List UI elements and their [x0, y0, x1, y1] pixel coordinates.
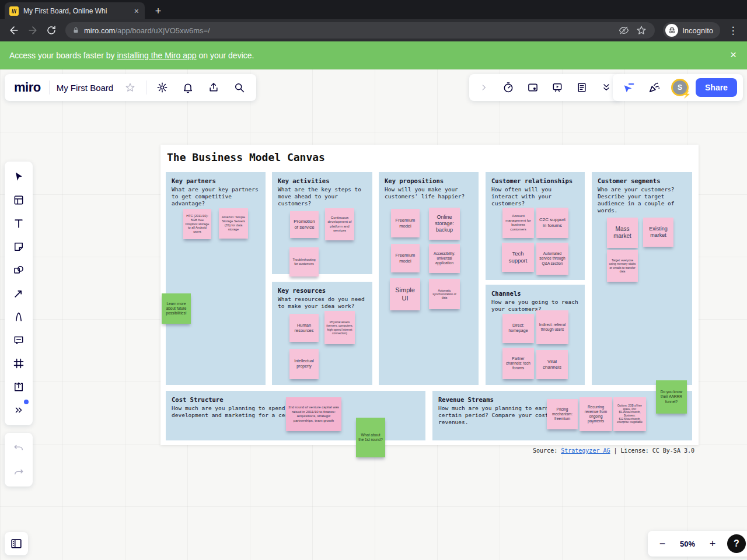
incognito-badge: Incognito: [663, 22, 720, 38]
eye-slash-icon[interactable]: [617, 24, 630, 37]
section-title: Key propositions: [385, 177, 473, 184]
sticky-note[interactable]: Human resources: [289, 314, 319, 342]
frames-panel-icon: [10, 537, 23, 550]
address-bar[interactable]: miro.com/app/board/uXjVO5xw6ms=/: [65, 22, 655, 38]
sticky-note[interactable]: Freemium model: [391, 244, 420, 272]
sticky-note[interactable]: Intellectual property: [289, 349, 319, 379]
sticky-note[interactable]: Freemium model: [391, 209, 420, 237]
sticky-note[interactable]: Automatic synchronization of data: [429, 279, 460, 309]
sticky-note[interactable]: Target: everyone using memory sticks or …: [607, 250, 638, 282]
sticky-note[interactable]: Learn more about future possibilities!: [162, 293, 191, 324]
sticky-note[interactable]: HTC (2011/10): 5GB free Dropbox storage …: [183, 209, 211, 239]
export-share-icon[interactable]: [204, 78, 224, 97]
app-header-tools: [469, 74, 621, 101]
section-channels[interactable]: Channels How are you going to reach your…: [486, 285, 585, 385]
text-tool-icon[interactable]: [7, 212, 30, 235]
miro-favicon-icon: [9, 6, 19, 16]
share-button[interactable]: Share: [696, 78, 737, 97]
sticky-note[interactable]: Physical assets (servers, computers, hig…: [324, 311, 355, 344]
connector-arrow-icon[interactable]: [7, 282, 30, 305]
collapse-chevron-icon[interactable]: [474, 78, 494, 97]
templates-icon[interactable]: [7, 188, 30, 212]
settings-gear-icon[interactable]: [152, 78, 172, 97]
frame-title[interactable]: The Business Model Canvas: [167, 151, 325, 163]
sticky-note[interactable]: C2C support in forums: [536, 208, 568, 238]
redo-icon[interactable]: [9, 462, 29, 482]
sticky-note[interactable]: Troubleshooting for customers: [289, 247, 319, 276]
reload-icon[interactable]: [43, 22, 60, 38]
section-key-partners[interactable]: Key partners What are your key partners …: [166, 172, 266, 385]
sticky-note[interactable]: Promotion of service: [290, 211, 319, 238]
section-question: How will you make your customers' life h…: [385, 186, 473, 200]
zoom-level[interactable]: 50%: [675, 540, 700, 548]
shapes-tool-icon[interactable]: [7, 258, 30, 282]
sticky-note[interactable]: Recurring revenue from ongoing payments: [580, 397, 612, 431]
section-question: What are your key partners to get compet…: [172, 186, 260, 207]
url-path: /app/board/uXjVO5xw6ms=/: [115, 26, 210, 35]
section-title: Customer relationships: [491, 177, 579, 184]
incognito-label: Incognito: [682, 26, 713, 35]
browser-menu-icon[interactable]: ⋮: [725, 22, 741, 38]
sticky-note[interactable]: Indirect: referral through users: [536, 310, 568, 344]
forward-icon[interactable]: [25, 22, 41, 38]
sticky-note[interactable]: Options: 2GB of free space, Pro: $9.25/u…: [613, 397, 646, 431]
screen-record-icon[interactable]: [523, 78, 543, 97]
undo-icon[interactable]: [9, 438, 29, 457]
notes-document-icon[interactable]: [572, 78, 592, 97]
sticky-note[interactable]: Mass market: [607, 218, 638, 248]
sticky-note-tool-icon[interactable]: [7, 235, 30, 258]
upload-tool-icon[interactable]: [7, 375, 30, 398]
pen-tool-icon[interactable]: [7, 305, 30, 328]
browser-tabstrip: My First Board, Online Whi × +: [0, 0, 747, 19]
section-title: Key activities: [278, 177, 366, 184]
url-domain: miro.com: [84, 26, 115, 35]
presentation-icon[interactable]: [547, 78, 567, 97]
back-icon[interactable]: [6, 22, 22, 38]
sticky-note[interactable]: Partner channels: tech forums: [502, 348, 534, 379]
zoom-in-button[interactable]: +: [703, 534, 722, 554]
sticky-note[interactable]: Automated service through Q&A section: [536, 243, 568, 275]
notifications-bell-icon[interactable]: [178, 78, 198, 97]
sticky-note[interactable]: Do you know their AARRR funnel?: [656, 380, 687, 414]
sticky-note[interactable]: Tech support: [502, 243, 534, 272]
sticky-note[interactable]: Amazon: Simple Storage Servers (3S) for …: [219, 208, 248, 239]
tab-close-icon[interactable]: ×: [133, 7, 140, 15]
lock-icon: [72, 26, 79, 34]
sticky-note[interactable]: Viral channels: [536, 350, 568, 379]
notification-dot: [24, 400, 29, 404]
miro-logo[interactable]: miro: [12, 80, 43, 95]
sticky-note[interactable]: Direct: homepage: [502, 314, 534, 343]
follow-cursor-icon[interactable]: [619, 78, 638, 97]
timer-icon[interactable]: [498, 78, 518, 97]
frame-tool-icon[interactable]: [7, 352, 30, 375]
sticky-note[interactable]: What about the 1st round?: [356, 418, 385, 457]
select-cursor-icon[interactable]: [7, 165, 30, 188]
celebrate-confetti-icon[interactable]: [644, 78, 664, 97]
source-link[interactable]: Strategyzer AG: [561, 447, 610, 454]
install-app-link[interactable]: installing the Miro app: [117, 51, 196, 60]
help-button[interactable]: ?: [727, 534, 746, 553]
sticky-note[interactable]: 2nd round of venture capital was raised …: [286, 397, 341, 431]
section-key-resources[interactable]: Key resources What resources do you need…: [272, 282, 372, 385]
favorite-star-icon[interactable]: [120, 78, 140, 97]
section-customer-relationships[interactable]: Customer relationships How often will yo…: [486, 172, 585, 280]
comment-tool-icon[interactable]: [7, 328, 30, 352]
user-avatar[interactable]: S ⚡: [670, 78, 690, 97]
banner-close-icon[interactable]: ×: [730, 49, 736, 61]
new-tab-button[interactable]: +: [151, 4, 166, 19]
sticky-note[interactable]: Account management for business customer…: [502, 208, 534, 238]
frames-panel-button[interactable]: [5, 532, 28, 555]
sticky-note[interactable]: Online storage: backup: [429, 208, 460, 240]
zoom-out-button[interactable]: −: [652, 534, 672, 554]
section-key-activities[interactable]: Key activities What are the key steps to…: [272, 172, 372, 274]
sticky-note[interactable]: Accessibility: universal application: [429, 244, 460, 273]
sticky-note[interactable]: Continuous development of platform and s…: [325, 208, 354, 240]
board-name[interactable]: My First Board: [55, 83, 115, 93]
sticky-note[interactable]: Pricing mechanism: freemium: [547, 399, 578, 429]
browser-tab[interactable]: My First Board, Online Whi ×: [5, 2, 145, 19]
bookmark-star-icon[interactable]: [635, 24, 648, 37]
sticky-note[interactable]: Existing market: [643, 218, 673, 247]
search-icon[interactable]: [229, 78, 249, 97]
more-tools-icon[interactable]: [7, 398, 30, 422]
sticky-note[interactable]: Simple UI: [390, 278, 420, 310]
